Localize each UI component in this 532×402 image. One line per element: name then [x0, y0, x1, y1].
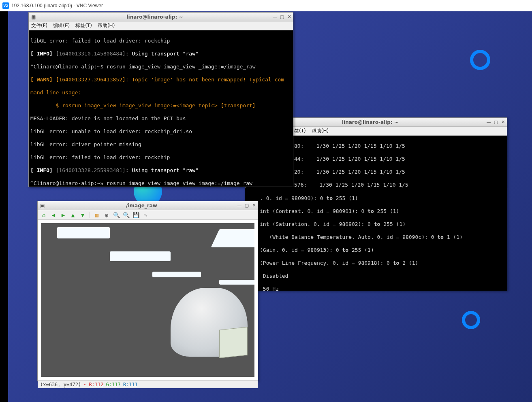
term-line: ^Clinaro@linaro-alip:~$ rosrun image_vie… [30, 64, 291, 70]
image-statusbar: (x=636, y=472) ~ R:112 G:117 B:111 [38, 380, 258, 388]
term-line: 44: 1/30 1/25 1/20 1/15 1/10 1/5 [294, 156, 505, 162]
term-line: (Gain. 0. id = 980913): 0 to 255 (1) [260, 247, 506, 253]
forward-icon[interactable]: ▶ [60, 211, 67, 219]
term-line: mand-line usage: [30, 89, 291, 96]
menu-help[interactable]: 帮助(H) [312, 128, 329, 134]
terminal-window-1[interactable]: ▣ linaro@linaro-alip: ~ — ▢ ✕ 文件(F) 编辑(E… [28, 12, 293, 187]
menu-help[interactable]: 帮助(H) [98, 22, 115, 29]
terminal-output-lower[interactable]: . 0. id = 980900): 0 to 255 (1) int (Con… [245, 188, 507, 291]
maximize-button[interactable]: ▢ [492, 119, 500, 125]
wallpaper-circle-icon [462, 311, 480, 329]
menu-edit[interactable]: 编辑(E) [53, 22, 70, 29]
term-line: Disabled [260, 273, 506, 279]
term-line: (Power Line Frequency. 0. id = 980918): … [260, 260, 506, 266]
window-title: /image_raw [47, 203, 236, 208]
wallpaper-circle-icon [470, 50, 490, 70]
term-line: int (Contrast. 0. id = 980901): 0 to 255… [260, 208, 506, 215]
term-line: [ INFO] [1640013328.255993481]: Using tr… [30, 167, 291, 174]
home-icon[interactable]: ⌂ [40, 211, 47, 219]
app-image-icon: ▣ [39, 202, 46, 209]
term-line: 80: 1/30 1/25 1/20 1/15 1/10 1/5 [294, 143, 505, 149]
term-line: 576: 1/30 1/25 1/20 1/15 1/10 1/5 [294, 182, 505, 188]
term-line: [ INFO] [1640013310.145808484]: Using tr… [30, 51, 291, 57]
pixel-g: G:117 [106, 382, 121, 387]
save-icon[interactable]: 💾 [132, 211, 139, 219]
camera-image [41, 223, 254, 377]
term-line: libGL error: failed to load driver: rock… [30, 38, 291, 44]
tilde: ~ [83, 382, 86, 387]
titlebar[interactable]: ▣ linaro@linaro-alip: ~ — ▢ ✕ [29, 13, 293, 21]
image-toolbar: ⌂ ◀ ▶ ▲ ▼ ▦ ◉ 🔍 🔍 💾 ✎ [38, 210, 258, 220]
term-line: libGL error: unable to load driver: rock… [30, 128, 291, 135]
term-line: 20: 1/30 1/25 1/20 1/15 1/10 1/5 [294, 169, 505, 175]
menu-file[interactable]: 文件(F) [31, 22, 47, 29]
zoom-out-icon[interactable]: 🔍 [122, 211, 130, 219]
term-line: MESA-LOADER: device is not located on th… [30, 115, 291, 122]
window-title: linaro@linaro-alip: ~ [38, 14, 271, 20]
term-line: (White Balance Temperature. Auto. 0. id … [260, 234, 506, 240]
down-icon[interactable]: ▼ [79, 211, 86, 219]
cursor-xy: (x=636, y=472) [40, 382, 81, 387]
desktop-left-edge [0, 11, 8, 402]
term-line: libGL error: failed to load driver: rock… [30, 154, 291, 161]
back-icon[interactable]: ◀ [50, 211, 57, 219]
vnc-titlebar: V2 192.168.0.100 (linaro-alip:0) - VNC V… [0, 0, 532, 11]
zoom-reset-icon[interactable]: ◉ [103, 211, 110, 219]
remote-desktop: ▣ linaro@linaro-alip: ~ — ▢ ✕ 签(T) 帮助(H)… [0, 11, 532, 402]
maximize-button[interactable]: ▢ [243, 202, 250, 209]
vnc-icon: V2 [2, 2, 9, 9]
close-button[interactable]: ✕ [250, 202, 258, 209]
pixel-b: B:111 [123, 382, 138, 387]
terminal-output[interactable]: libGL error: failed to load driver: rock… [29, 30, 293, 187]
close-button[interactable]: ✕ [286, 14, 293, 20]
titlebar[interactable]: ▣ /image_raw — ▢ ✕ [38, 201, 258, 210]
image-view-window[interactable]: ▣ /image_raw — ▢ ✕ ⌂ ◀ ▶ ▲ ▼ ▦ ◉ 🔍 🔍 💾 ✎ [37, 201, 258, 381]
term-line: ^Clinaro@linaro-alip:~$ rosrun image_vie… [30, 180, 291, 187]
zoom-in-icon[interactable]: 🔍 [113, 211, 120, 219]
term-line: [ WARN] [1640013327.396413852]: Topic 'i… [30, 77, 291, 83]
minimize-button[interactable]: — [236, 202, 243, 209]
app-terminal-icon: ▣ [30, 14, 37, 20]
pixel-r: R:112 [89, 382, 103, 387]
clear-icon[interactable]: ✎ [142, 211, 149, 219]
minimize-button[interactable]: — [485, 119, 492, 125]
menu-tabs[interactable]: 签(T) [294, 128, 306, 134]
term-line: 50 Hz [260, 286, 506, 291]
image-viewport[interactable] [38, 220, 258, 380]
minimize-button[interactable]: — [271, 14, 278, 20]
term-line: int (Saturation. 0. id = 980902): 0 to 2… [260, 221, 506, 228]
term-line: $ rosrun image_view image_view image:=<i… [30, 102, 291, 109]
menu-tabs[interactable]: 标签(T) [75, 22, 92, 29]
term-line: . 0. id = 980900): 0 to 255 (1) [260, 195, 506, 202]
up-icon[interactable]: ▲ [69, 211, 77, 219]
menubar: 文件(F) 编辑(E) 标签(T) 帮助(H) [29, 21, 293, 30]
maximize-button[interactable]: ▢ [278, 14, 286, 20]
picture-icon[interactable]: ▦ [93, 211, 100, 219]
vnc-title: 192.168.0.100 (linaro-alip:0) - VNC View… [11, 3, 103, 9]
close-button[interactable]: ✕ [500, 119, 507, 125]
term-line: libGL error: driver pointer missing [30, 141, 291, 148]
